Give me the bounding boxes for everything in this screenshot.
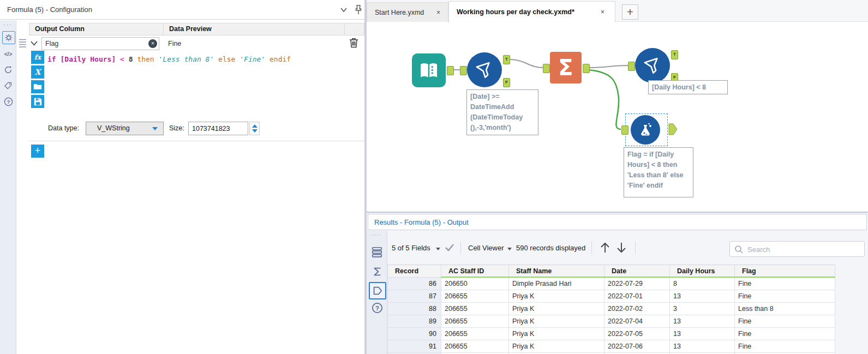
data-cell[interactable]: 2022-07-02 [604, 303, 670, 315]
record-number-cell[interactable]: 91 [388, 340, 441, 353]
data-cell[interactable]: 13 [670, 340, 735, 353]
data-cell[interactable]: 206655 [441, 303, 509, 315]
help-icon[interactable]: ? [2, 95, 14, 107]
data-cell[interactable]: 3 [670, 303, 735, 315]
apply-checkmark-icon[interactable] [444, 243, 455, 253]
filter-tool-date[interactable] [467, 52, 502, 87]
stepper-down-icon[interactable] [252, 129, 258, 133]
metadata-sigma-icon[interactable] [370, 265, 384, 279]
record-number-cell[interactable]: 86 [388, 277, 441, 290]
tab-start-here[interactable]: Start Here.yxmd × [367, 2, 448, 22]
data-cell[interactable]: 206655 [441, 340, 509, 353]
rows-layout-icon[interactable] [370, 245, 384, 259]
results-column-header[interactable]: AC Staff ID [441, 265, 509, 278]
output-anchor[interactable] [447, 66, 454, 75]
run-refresh-icon[interactable] [2, 64, 14, 76]
expression-expand-chevron-icon[interactable] [30, 40, 38, 47]
new-tab-button[interactable]: + [622, 4, 638, 20]
clear-input-icon[interactable]: × [148, 39, 157, 48]
input-anchor[interactable] [543, 64, 550, 73]
input-anchor[interactable] [460, 66, 467, 75]
record-number-cell[interactable]: 90 [388, 328, 441, 340]
code-icon[interactable]: </> [2, 48, 14, 60]
data-cell[interactable]: Priya K [509, 303, 604, 315]
tab-working-hours-check[interactable]: Working hours per day check.yxmd* × [448, 1, 615, 22]
results-column-header[interactable]: Flag [735, 265, 835, 278]
size-stepper[interactable] [249, 122, 260, 135]
prev-arrow-up-icon[interactable] [599, 241, 611, 254]
results-header-bar[interactable]: Results - Formula (5) - Output [368, 214, 867, 230]
drag-dots-icon[interactable]: ····· [370, 232, 382, 238]
formula-expression[interactable]: if [Daily Hours] < 8 then 'Less than 8' … [47, 55, 291, 63]
data-view-icon[interactable] [369, 282, 386, 299]
size-input[interactable] [188, 122, 248, 135]
input-data-tool[interactable] [412, 53, 446, 87]
data-cell[interactable]: Dimple Prasad Hari [509, 277, 604, 290]
data-cell[interactable]: 2022-07-29 [604, 277, 670, 290]
fields-summary[interactable]: 5 of 5 Fields [392, 244, 430, 252]
output-anchor[interactable] [668, 123, 678, 136]
close-icon[interactable]: × [601, 2, 604, 22]
collapse-chevron-icon[interactable] [339, 6, 348, 14]
data-cell[interactable]: Fine [735, 290, 835, 303]
results-column-header[interactable]: Record [388, 265, 441, 278]
stepper-up-icon[interactable] [252, 124, 258, 128]
gear-icon[interactable] [2, 31, 15, 44]
formula-tool[interactable] [631, 115, 660, 145]
search-input[interactable] [746, 242, 858, 257]
record-number-cell[interactable]: 87 [388, 290, 441, 303]
data-cell[interactable]: 2022-07-01 [604, 290, 670, 303]
annotation-daily-hours-filter[interactable]: [Daily Hours] < 8 [648, 80, 728, 94]
data-cell[interactable]: 2022-07-05 [604, 328, 670, 340]
filter-tool-daily-hours[interactable] [635, 48, 670, 83]
data-cell[interactable]: 2022-07-04 [604, 315, 670, 328]
results-column-header[interactable]: Staff Name [509, 265, 604, 278]
tag-icon[interactable] [2, 80, 14, 92]
chevron-down-icon[interactable] [507, 248, 512, 250]
save-icon[interactable] [31, 95, 44, 108]
pin-icon[interactable] [354, 4, 363, 15]
data-cell[interactable]: 2022-07-06 [604, 340, 670, 353]
data-cell[interactable]: Fine [735, 277, 835, 290]
record-number-cell[interactable]: 88 [388, 303, 441, 315]
search-box[interactable] [729, 241, 865, 257]
data-cell[interactable]: Priya K [509, 315, 604, 328]
annotation-date-filter[interactable]: [Date] >=DateTimeAdd(DateTimeToday(),-3,… [466, 89, 538, 135]
data-cell[interactable]: Fine [735, 328, 835, 340]
data-cell[interactable]: 13 [670, 290, 735, 303]
cell-viewer-label[interactable]: Cell Viewer [468, 244, 504, 252]
data-cell[interactable]: 206655 [441, 290, 509, 303]
input-anchor[interactable] [628, 62, 635, 71]
data-cell[interactable]: Priya K [509, 340, 604, 353]
data-cell[interactable]: 13 [670, 315, 735, 328]
data-cell[interactable]: 206655 [441, 328, 509, 340]
close-icon[interactable]: × [436, 3, 440, 22]
input-anchor[interactable] [621, 125, 628, 135]
output-anchor[interactable] [583, 64, 590, 73]
data-cell[interactable]: 13 [670, 328, 735, 340]
help-icon[interactable]: ? [370, 301, 384, 315]
data-cell[interactable]: Priya K [509, 290, 604, 303]
true-output-anchor[interactable]: T [671, 50, 678, 59]
workflow-canvas[interactable]: T F [Date] >=DateTimeAdd(DateTimeToday()… [367, 22, 868, 212]
results-column-header[interactable]: Daily Hours [670, 265, 735, 278]
true-output-anchor[interactable]: T [503, 55, 510, 64]
next-arrow-down-icon[interactable] [615, 241, 627, 254]
data-cell[interactable]: Priya K [509, 328, 604, 340]
data-cell[interactable]: 206655 [441, 315, 509, 328]
row-drag-grip[interactable] [19, 38, 27, 48]
annotation-formula[interactable]: Flag = if [DailyHours] < 8 then'Less tha… [624, 147, 693, 197]
data-cell[interactable]: 206650 [441, 277, 509, 290]
record-number-cell[interactable]: 89 [388, 315, 441, 328]
output-column-input[interactable] [41, 37, 159, 50]
data-type-select[interactable]: V_WString [86, 122, 164, 135]
data-cell[interactable]: Fine [735, 340, 835, 353]
variables-icon[interactable]: X [31, 65, 44, 79]
overflow-dots-icon[interactable]: ··· [3, 21, 13, 28]
delete-expression-icon[interactable] [349, 37, 359, 49]
add-expression-button[interactable]: + [31, 145, 44, 158]
results-column-header[interactable]: Date [604, 265, 670, 278]
data-cell[interactable]: Less than 8 [735, 303, 835, 315]
data-cell[interactable]: Fine [735, 315, 835, 328]
summarize-tool[interactable]: Σ [550, 52, 582, 83]
